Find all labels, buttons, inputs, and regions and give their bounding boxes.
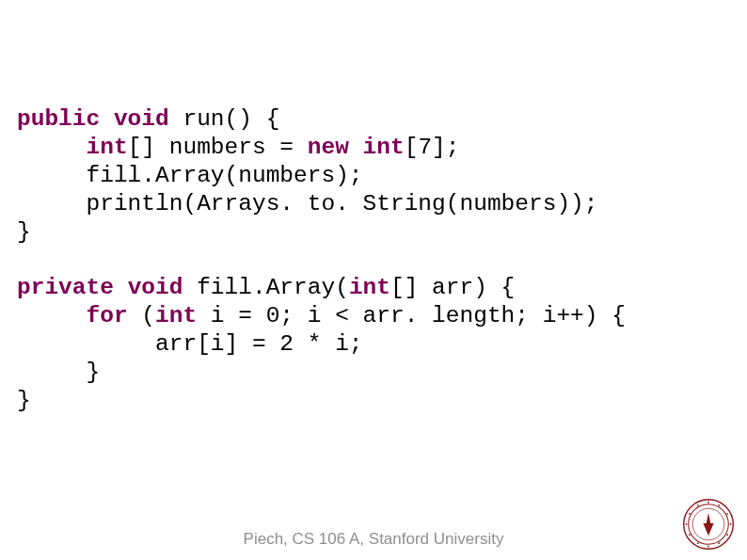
code-line-1: public void run() { [17, 106, 279, 132]
code-line-8: for (int i = 0; i < arr. length; i++) { [17, 303, 626, 328]
code-line-10: } [17, 360, 100, 385]
code-line-2: int[] numbers = new int[7]; [17, 135, 460, 160]
keyword-int-3: int [349, 275, 390, 300]
svg-point-9 [707, 546, 709, 548]
keyword-int-4: int [155, 303, 197, 328]
keyword-new: new [308, 135, 349, 160]
keyword-int: int [87, 135, 128, 160]
code-line-9: arr[i] = 2 * i; [17, 331, 363, 357]
svg-point-6 [730, 523, 732, 525]
footer-text: Piech, CS 106 A, Stanford University [0, 530, 747, 549]
svg-point-5 [726, 513, 728, 515]
svg-point-4 [718, 504, 720, 506]
svg-point-12 [686, 523, 688, 525]
code-line-5: } [17, 219, 31, 245]
svg-point-13 [689, 513, 691, 515]
svg-point-7 [726, 534, 728, 536]
svg-point-8 [718, 542, 720, 544]
keyword-private: private [17, 275, 114, 300]
keyword-public: public [17, 106, 100, 132]
svg-point-10 [697, 542, 699, 544]
code-line-4: println(Arrays. to. String(numbers)); [17, 191, 598, 216]
keyword-int-2: int [363, 135, 405, 160]
svg-point-14 [697, 504, 699, 506]
code-line-11: } [17, 388, 31, 413]
svg-point-3 [707, 502, 709, 504]
svg-point-11 [689, 534, 691, 536]
keyword-void: void [114, 106, 169, 132]
keyword-for: for [87, 303, 128, 328]
code-line-3: fill.Array(numbers); [17, 163, 363, 188]
code-block: public void run() { int[] numbers = new … [17, 105, 626, 415]
stanford-seal-icon [682, 498, 735, 551]
code-line-7: private void fill.Array(int[] arr) { [17, 275, 515, 300]
keyword-void-2: void [128, 275, 183, 300]
